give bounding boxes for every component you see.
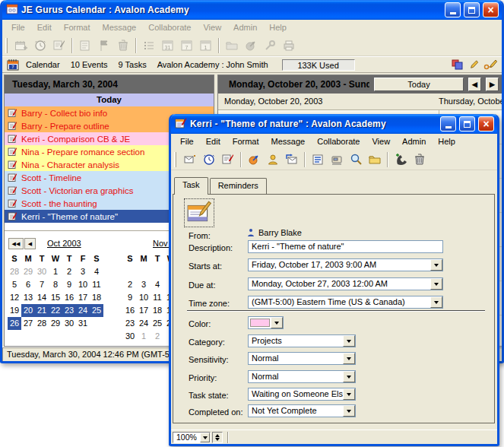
calendar-day[interactable]: 27 xyxy=(21,317,35,330)
calendar-day[interactable]: 11 xyxy=(151,291,164,304)
calendar-day[interactable]: 3 xyxy=(76,265,90,278)
calendar-day[interactable]: 30 xyxy=(62,317,76,330)
trash-icon[interactable] xyxy=(113,36,132,55)
calendar-day[interactable]: 2 xyxy=(151,330,164,343)
flag-icon[interactable] xyxy=(94,36,113,55)
calendar-day[interactable]: 30 xyxy=(123,330,137,343)
calendar-day[interactable]: 24 xyxy=(137,317,151,330)
menu-item-admin[interactable]: Admin xyxy=(396,135,432,148)
calendar-day[interactable]: 25 xyxy=(90,304,103,317)
calendar-day[interactable]: 31 xyxy=(76,317,90,330)
calendar-day[interactable]: 18 xyxy=(151,304,164,317)
calendar-day[interactable]: 10 xyxy=(137,291,151,304)
dropdown-arrow-icon[interactable] xyxy=(430,259,442,271)
calendar-day[interactable]: 30 xyxy=(35,265,49,278)
minimize-button[interactable] xyxy=(445,2,461,17)
new-event-icon[interactable] xyxy=(11,36,30,55)
calendar-day[interactable]: 16 xyxy=(62,291,76,304)
menu-item-file[interactable]: File xyxy=(174,135,200,148)
calendar-day[interactable]: 1 xyxy=(137,330,151,343)
zoom-dropdown-arrow-icon[interactable] xyxy=(200,433,210,442)
calendar-day[interactable]: 23 xyxy=(123,317,137,330)
next-week-button[interactable]: ▶ xyxy=(486,78,499,91)
calendar-day[interactable]: 28 xyxy=(35,317,49,330)
calendar-day[interactable]: 22 xyxy=(49,304,62,317)
calendar-day[interactable]: 20 xyxy=(21,304,35,317)
time-zone-dropdown[interactable]: (GMT-5:00) Eastern Time (US & Canada) xyxy=(248,296,443,309)
calendar-window-titlebar[interactable]: JE Gurus Calendar : Avalon Academy × xyxy=(2,0,502,20)
folder-icon[interactable] xyxy=(222,36,241,55)
menu-item-collaborate[interactable]: Collaborate xyxy=(311,135,366,148)
person-icon[interactable] xyxy=(263,151,282,169)
tab-reminders[interactable]: Reminders xyxy=(210,178,267,194)
prev-month-button[interactable]: ◀ xyxy=(24,238,36,249)
alarm-icon[interactable] xyxy=(199,151,218,169)
menu-item-help[interactable]: Help xyxy=(263,21,293,34)
dropdown-arrow-icon[interactable] xyxy=(430,296,442,308)
calendar-day[interactable]: 14 xyxy=(35,291,49,304)
sensitivity-dropdown[interactable]: Normal xyxy=(248,352,356,365)
dropdown-arrow-icon[interactable] xyxy=(343,353,355,364)
print-preview-icon[interactable] xyxy=(327,151,346,169)
menu-item-view[interactable]: View xyxy=(197,21,227,34)
calendar-day[interactable]: 5 xyxy=(8,278,21,291)
menu-item-help[interactable]: Help xyxy=(432,135,461,148)
task-window-titlebar[interactable]: Kerri - "Theme of nature" : Avalon Acade… xyxy=(171,114,497,134)
calendar-day[interactable]: 3 xyxy=(137,278,151,291)
calendar-day[interactable]: 23 xyxy=(62,304,76,317)
month-view-icon[interactable]: 31 xyxy=(158,36,177,55)
calendar-day[interactable]: 16 xyxy=(123,304,137,317)
pencil-icon[interactable] xyxy=(468,59,479,70)
calendar-day[interactable]: 10 xyxy=(76,278,90,291)
maximize-button[interactable] xyxy=(459,116,475,132)
category-dropdown[interactable]: Projects xyxy=(248,334,356,347)
color-dropdown[interactable] xyxy=(248,316,284,329)
dropdown-arrow-icon[interactable] xyxy=(343,335,355,347)
week-view-icon[interactable]: 7 xyxy=(177,36,196,55)
new-task-icon[interactable] xyxy=(218,151,237,169)
toolbar-grip[interactable] xyxy=(174,152,176,167)
prev-week-button[interactable]: ◀ xyxy=(468,78,481,91)
menu-item-edit[interactable]: Edit xyxy=(200,135,227,148)
reply-icon[interactable] xyxy=(282,151,301,169)
key-pencil-icon[interactable] xyxy=(483,59,497,70)
folder-icon[interactable] xyxy=(365,151,384,169)
print-icon[interactable] xyxy=(279,36,298,55)
send-icon[interactable] xyxy=(244,151,263,169)
month-link-oct[interactable]: Oct 2003 xyxy=(47,239,81,248)
menu-item-format[interactable]: Format xyxy=(58,21,97,34)
calendar-day[interactable]: 6 xyxy=(21,278,35,291)
menu-item-collaborate[interactable]: Collaborate xyxy=(142,21,197,34)
calendar-day[interactable]: 2 xyxy=(62,265,76,278)
new-task-icon[interactable] xyxy=(49,36,68,55)
day-view-icon[interactable]: 1 xyxy=(196,36,215,55)
list-view-icon[interactable] xyxy=(139,36,158,55)
menu-item-edit[interactable]: Edit xyxy=(31,21,58,34)
search-icon[interactable] xyxy=(346,151,365,169)
menu-item-view[interactable]: View xyxy=(366,135,396,148)
calendar-day[interactable]: 8 xyxy=(49,278,62,291)
calendar-day[interactable]: 25 xyxy=(151,317,164,330)
calendar-day[interactable]: 15 xyxy=(49,291,62,304)
task-state-dropdown[interactable]: Waiting on Someone Else xyxy=(248,388,356,401)
phone-icon[interactable] xyxy=(391,151,410,169)
menu-item-file[interactable]: File xyxy=(5,21,31,34)
description-input[interactable]: Kerri - "Theme of nature" xyxy=(248,240,443,253)
menu-item-format[interactable]: Format xyxy=(227,135,265,148)
calendar-day[interactable]: 13 xyxy=(21,291,35,304)
menu-item-admin[interactable]: Admin xyxy=(227,21,263,34)
zoom-spinner[interactable] xyxy=(212,432,223,443)
today-button[interactable]: Today xyxy=(374,78,464,91)
doc-props-icon[interactable] xyxy=(308,151,327,169)
today-bar[interactable]: Today xyxy=(5,94,214,106)
calendar-day[interactable]: 12 xyxy=(8,291,21,304)
dropdown-arrow-icon[interactable] xyxy=(343,371,355,382)
close-button[interactable]: × xyxy=(483,2,499,17)
calendar-day[interactable]: 21 xyxy=(35,304,49,317)
calendar-day[interactable]: 17 xyxy=(137,304,151,317)
due-at-dropdown[interactable]: Monday, October 27, 2003 12:00 AM xyxy=(248,277,443,290)
calendar-day[interactable]: 4 xyxy=(90,265,103,278)
calendar-day[interactable]: 29 xyxy=(49,317,62,330)
new-mail-icon[interactable] xyxy=(180,151,199,169)
completed-on-dropdown[interactable]: Not Yet Complete xyxy=(248,404,356,417)
